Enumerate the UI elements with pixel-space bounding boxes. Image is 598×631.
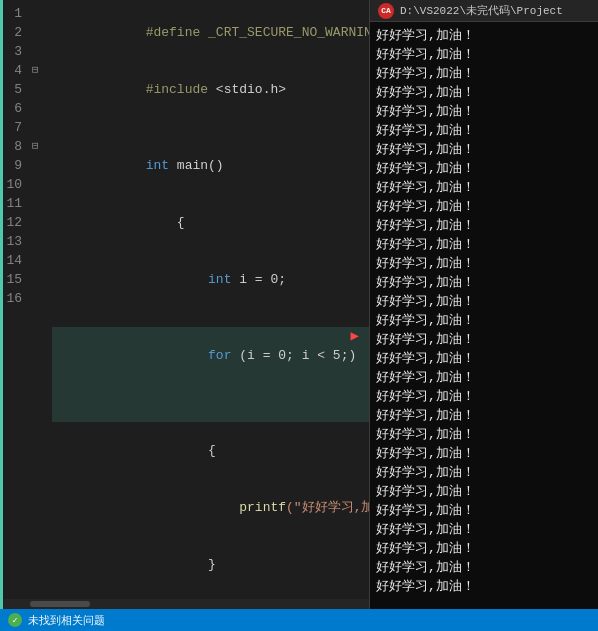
output-line-30: 好好学习,加油！ [376, 577, 592, 596]
code-line-4: int main() [52, 137, 369, 194]
token: for [208, 348, 231, 363]
output-line-8: 好好学习,加油！ [376, 159, 592, 178]
output-line-2: 好好学习,加油！ [376, 45, 592, 64]
output-panel[interactable]: CA D:\VS2022\未完代码\Project 好好学习,加油！好好学习,加… [370, 0, 598, 609]
token: { [146, 215, 185, 230]
token: int [208, 272, 231, 287]
output-header: CA D:\VS2022\未完代码\Project [370, 0, 598, 22]
output-line-1: 好好学习,加油！ [376, 26, 592, 45]
token [146, 272, 208, 287]
code-line-2: #include <stdio.h> [52, 61, 369, 118]
output-line-9: 好好学习,加油！ [376, 178, 592, 197]
output-line-16: 好好学习,加油！ [376, 311, 592, 330]
line-numbers: 1 2 3 4 5 6 7 8 9 10 11 12 13 14 15 16 [0, 4, 30, 599]
output-line-21: 好好学习,加油！ [376, 406, 592, 425]
code-line-8: for (i = 0; i < 5;) ▶ [52, 327, 369, 422]
output-line-20: 好好学习,加油！ [376, 387, 592, 406]
output-line-22: 好好学习,加油！ [376, 425, 592, 444]
code-line-6: int i = 0; [52, 251, 369, 308]
output-line-28: 好好学习,加油！ [376, 539, 592, 558]
green-line-indicator [0, 0, 3, 609]
status-check-icon: ✓ [8, 613, 22, 627]
status-text: 未找到相关问题 [28, 613, 105, 628]
code-content[interactable]: #define _CRT_SECURE_NO_WARNINGS 1 #inclu… [48, 4, 369, 599]
output-line-17: 好好学习,加油！ [376, 330, 592, 349]
output-line-4: 好好学习,加油！ [376, 83, 592, 102]
token: } [146, 557, 216, 572]
output-line-29: 好好学习,加油！ [376, 558, 592, 577]
token: i = 0; [231, 272, 286, 287]
output-header-text: D:\VS2022\未完代码\Project [400, 3, 563, 18]
code-line-5: { [52, 194, 369, 251]
output-line-14: 好好学习,加油！ [376, 273, 592, 292]
token: int [146, 158, 169, 173]
output-line-5: 好好学习,加油！ [376, 102, 592, 121]
code-line-9: { [52, 422, 369, 479]
output-line-12: 好好学习,加油！ [376, 235, 592, 254]
output-line-19: 好好学习,加油！ [376, 368, 592, 387]
output-content[interactable]: 好好学习,加油！好好学习,加油！好好学习,加油！好好学习,加油！好好学习,加油！… [370, 22, 598, 609]
fold-icon-line8[interactable]: ⊟ [32, 137, 39, 156]
token: (i = 0; i < 5;) [231, 348, 356, 363]
output-line-23: 好好学习,加油！ [376, 444, 592, 463]
token: <stdio.h> [216, 82, 286, 97]
vs-icon: CA [378, 3, 394, 19]
app-container: 1 2 3 4 5 6 7 8 9 10 11 12 13 14 15 16 [0, 0, 598, 631]
cursor-arrow: ▶ [351, 327, 359, 346]
token: ("好好学习,加油! \n"); [286, 500, 369, 515]
output-line-6: 好好学习,加油！ [376, 121, 592, 140]
output-line-18: 好好学习,加油！ [376, 349, 592, 368]
output-line-15: 好好学习,加油！ [376, 292, 592, 311]
output-line-10: 好好学习,加油！ [376, 197, 592, 216]
token [146, 348, 208, 363]
token [146, 500, 240, 515]
output-line-13: 好好学习,加油！ [376, 254, 592, 273]
output-line-11: 好好学习,加油！ [376, 216, 592, 235]
output-line-27: 好好学习,加油！ [376, 520, 592, 539]
code-scrollbar[interactable] [0, 599, 369, 609]
code-panel[interactable]: 1 2 3 4 5 6 7 8 9 10 11 12 13 14 15 16 [0, 0, 370, 609]
gutter: ⊟ ⊟ [30, 4, 48, 599]
output-line-3: 好好学习,加油！ [376, 64, 592, 83]
token: { [146, 443, 216, 458]
output-line-26: 好好学习,加油！ [376, 501, 592, 520]
fold-icon-line4[interactable]: ⊟ [32, 61, 39, 80]
token: #define _CRT_SECURE_NO_WARNINGS 1 [146, 25, 369, 40]
vs-icon-text: CA [381, 6, 391, 15]
main-area: 1 2 3 4 5 6 7 8 9 10 11 12 13 14 15 16 [0, 0, 598, 609]
code-line-1: #define _CRT_SECURE_NO_WARNINGS 1 [52, 4, 369, 61]
code-scrollbar-thumb[interactable] [30, 601, 90, 607]
checkmark-icon: ✓ [12, 615, 17, 626]
code-line-11: } [52, 536, 369, 593]
code-line-7 [52, 308, 369, 327]
code-line-10: printf("好好学习,加油! \n"); [52, 479, 369, 536]
output-line-7: 好好学习,加油！ [376, 140, 592, 159]
code-editor[interactable]: 1 2 3 4 5 6 7 8 9 10 11 12 13 14 15 16 [0, 0, 369, 599]
output-line-25: 好好学习,加油！ [376, 482, 592, 501]
output-line-24: 好好学习,加油！ [376, 463, 592, 482]
token: #include [146, 82, 216, 97]
code-line-3 [52, 118, 369, 137]
token: main() [169, 158, 224, 173]
token: printf [239, 500, 286, 515]
status-bar: ✓ 未找到相关问题 [0, 609, 598, 631]
